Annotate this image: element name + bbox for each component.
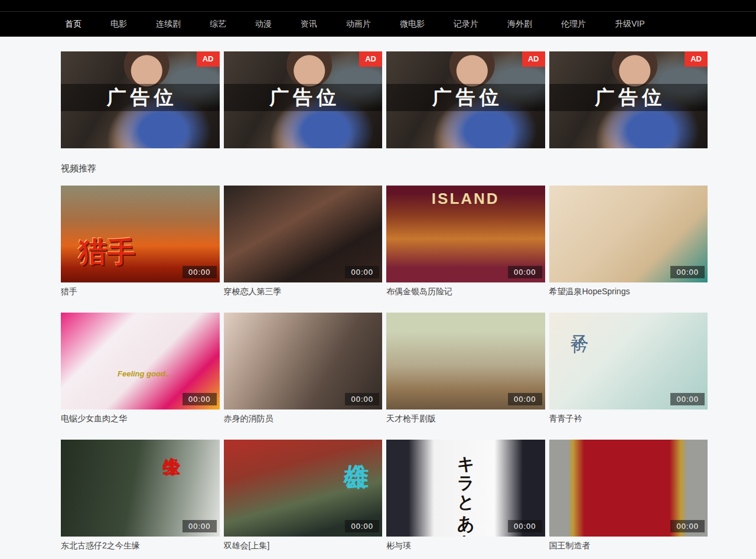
ad-badge: AD (197, 51, 220, 67)
duration-badge: 00:00 (670, 393, 705, 405)
duration-badge: 00:00 (670, 266, 705, 278)
nav-item-8[interactable]: 记录片 (454, 19, 478, 30)
ad-banner-2[interactable]: 广告位 AD (386, 51, 545, 148)
poster-art-text: キラとあき (455, 444, 475, 537)
duration-badge: 00:00 (345, 520, 379, 532)
video-thumbnail[interactable]: 雄会 00:00 (224, 440, 383, 537)
video-thumbnail[interactable]: キラとあき 00:00 (386, 440, 545, 537)
nav-item-4[interactable]: 动漫 (255, 19, 272, 30)
video-title[interactable]: 东北古惑仔2之今生缘 (61, 540, 220, 551)
top-header: 首页电影连续剧综艺动漫资讯动画片微电影记录片海外剧伦理片升级VIP (0, 0, 756, 37)
video-title[interactable]: 双雄会[上集] (224, 540, 383, 551)
ad-banner-3[interactable]: 广告位 AD (549, 51, 708, 148)
ad-badge: AD (522, 51, 545, 67)
video-thumbnail[interactable]: 猎手 00:00 (61, 186, 220, 282)
video-thumbnail[interactable]: 00:00 (549, 186, 708, 282)
video-card-2: ISLAND 00:00 布偶金银岛历险记 (386, 186, 545, 297)
duration-badge: 00:00 (670, 520, 705, 532)
video-title[interactable]: 电锯少女血肉之华 (61, 413, 220, 424)
nav-item-1[interactable]: 电影 (110, 19, 127, 30)
video-thumbnail[interactable]: 00:00 (224, 313, 383, 410)
poster-art-text: ISLAND (386, 190, 545, 208)
video-title[interactable]: 希望温泉HopeSprings (549, 286, 708, 297)
ad-banner-0[interactable]: 广告位 AD (61, 51, 220, 148)
ad-banner-1[interactable]: 广告位 AD (224, 51, 383, 148)
video-card-11: 00:00 国王制造者 (549, 440, 708, 551)
video-title[interactable]: 赤身的消防员 (224, 413, 383, 424)
duration-badge: 00:00 (508, 393, 542, 405)
poster-art-text: 猎手 (79, 236, 135, 268)
ad-placeholder-label: 广告位 (591, 84, 666, 111)
video-thumbnail[interactable]: 00:00 (224, 186, 383, 282)
video-card-4: Feeling good.. 00:00 电锯少女血肉之华 (61, 313, 220, 424)
video-card-5: 00:00 赤身的消防员 (224, 313, 383, 424)
video-title[interactable]: 穿梭恋人第三季 (224, 286, 383, 297)
nav-item-11[interactable]: 升级VIP (615, 19, 645, 30)
main-nav: 首页电影连续剧综艺动漫资讯动画片微电影记录片海外剧伦理片升级VIP (0, 12, 756, 37)
ad-placeholder-label: 广告位 (428, 84, 503, 111)
nav-item-5[interactable]: 资讯 (301, 19, 317, 30)
duration-badge: 00:00 (183, 520, 217, 532)
video-thumbnail[interactable]: 00:00 (549, 440, 708, 537)
ad-placeholder-band: 广告位 (386, 84, 545, 111)
video-thumbnail[interactable]: 子衿 00:00 (549, 313, 708, 410)
video-card-6: 00:00 天才枪手剧版 (386, 313, 545, 424)
duration-badge: 00:00 (345, 266, 379, 278)
duration-badge: 00:00 (183, 266, 217, 278)
video-title[interactable]: 布偶金银岛历险记 (386, 286, 545, 297)
ad-badge: AD (359, 51, 382, 67)
ad-placeholder-band: 广告位 (549, 84, 708, 111)
nav-item-6[interactable]: 动画片 (346, 19, 371, 30)
ad-row: 广告位 AD 广告位 AD 广告位 AD 广告位 AD (61, 51, 708, 148)
nav-item-0[interactable]: 首页 (65, 19, 82, 30)
video-card-8: 今生缘 00:00 东北古惑仔2之今生缘 (61, 440, 220, 551)
video-card-0: 猎手 00:00 猎手 (61, 186, 220, 297)
ad-placeholder-label: 广告位 (103, 84, 178, 111)
video-thumbnail[interactable]: 今生缘 00:00 (61, 440, 220, 537)
ad-placeholder-band: 广告位 (61, 84, 220, 111)
video-card-1: 00:00 穿梭恋人第三季 (224, 186, 383, 297)
nav-item-9[interactable]: 海外剧 (507, 19, 532, 30)
duration-badge: 00:00 (508, 520, 542, 532)
section-title: 视频推荐 (61, 162, 708, 174)
ad-placeholder-label: 广告位 (265, 84, 340, 111)
ad-placeholder-band: 广告位 (224, 84, 383, 111)
video-card-10: キラとあき 00:00 彬与瑛 (386, 440, 545, 551)
video-thumbnail[interactable]: ISLAND 00:00 (386, 186, 545, 282)
nav-item-2[interactable]: 连续剧 (156, 19, 181, 30)
video-title[interactable]: 青青子衿 (549, 413, 708, 424)
nav-item-7[interactable]: 微电影 (400, 19, 425, 30)
video-thumbnail[interactable]: 00:00 (386, 313, 545, 410)
top-strip (0, 0, 756, 12)
nav-item-3[interactable]: 综艺 (210, 19, 226, 30)
video-title[interactable]: 猎手 (61, 286, 220, 297)
video-title[interactable]: 彬与瑛 (386, 540, 545, 551)
poster-art-text: Feeling good.. (118, 370, 170, 379)
video-card-9: 雄会 00:00 双雄会[上集] (224, 440, 383, 551)
page-content: 广告位 AD 广告位 AD 广告位 AD 广告位 AD 视频推荐 猎手 00:0… (61, 51, 708, 551)
video-card-3: 00:00 希望温泉HopeSprings (549, 186, 708, 297)
duration-badge: 00:00 (345, 393, 379, 405)
video-title[interactable]: 国王制造者 (549, 540, 708, 551)
duration-badge: 00:00 (183, 393, 217, 405)
ad-badge: AD (685, 51, 708, 67)
video-title[interactable]: 天才枪手剧版 (386, 413, 545, 424)
video-grid: 猎手 00:00 猎手 00:00 穿梭恋人第三季 ISLAND 00:00 布… (61, 186, 708, 551)
nav-item-10[interactable]: 伦理片 (561, 19, 586, 30)
video-thumbnail[interactable]: Feeling good.. 00:00 (61, 313, 220, 410)
video-card-7: 子衿 00:00 青青子衿 (549, 313, 708, 424)
duration-badge: 00:00 (508, 266, 542, 278)
